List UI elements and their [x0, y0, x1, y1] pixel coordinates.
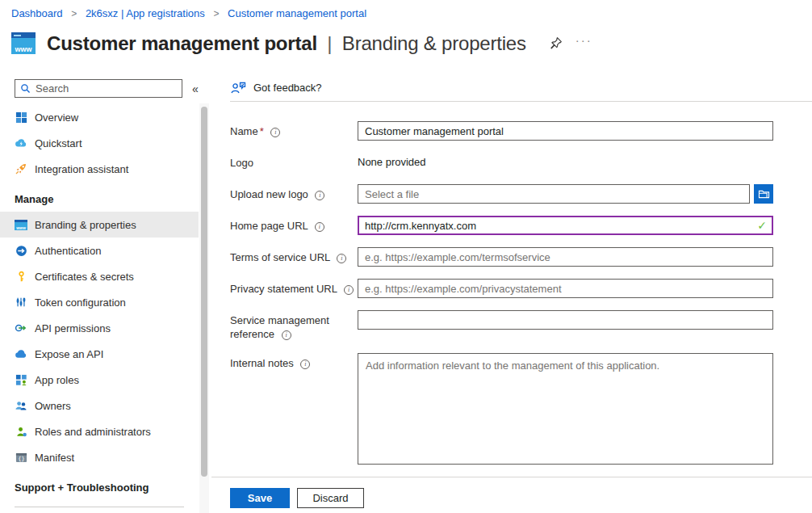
sidebar-item-label: Roles and administrators [35, 426, 151, 438]
sidebar-item-label: Token configuration [35, 296, 126, 309]
sidebar-scrollbar[interactable] [201, 107, 207, 477]
breadcrumb-link-app-registrations[interactable]: 2k6sxz | App registrations [86, 7, 205, 19]
feedback-icon [230, 81, 246, 95]
internal-notes-textarea[interactable] [358, 353, 773, 465]
breadcrumb-link-current-app[interactable]: Customer management portal [228, 7, 366, 19]
pin-icon[interactable] [549, 36, 563, 50]
rocket-icon [15, 162, 27, 175]
page-title-app-name: Customer management portal [47, 32, 317, 54]
sliders-icon [15, 296, 27, 309]
valid-check-icon: ✓ [757, 219, 767, 232]
form-row-upload-logo: Upload new logo i [230, 184, 812, 204]
got-feedback-label: Got feedback? [253, 82, 322, 94]
info-icon[interactable]: i [282, 330, 291, 340]
people-icon [15, 399, 27, 412]
got-feedback-link[interactable]: Got feedback? [230, 71, 351, 95]
terms-url-label: Terms of service URL i [230, 247, 358, 267]
form-row-service-reference: Service management reference i [230, 310, 812, 341]
service-reference-label: Service management reference i [230, 310, 358, 341]
terms-url-input[interactable] [358, 247, 773, 267]
api-arrow-icon [15, 322, 27, 334]
search-input[interactable] [36, 82, 177, 95]
page-title-separator: | [322, 32, 337, 54]
cloud-icon [15, 347, 27, 360]
admin-person-icon [15, 425, 27, 438]
sidebar-item-app-roles[interactable]: App roles [0, 367, 199, 393]
home-page-url-label: Home page URL i [230, 216, 358, 235]
form-row-logo: Logo None provided [230, 153, 812, 170]
form-row-name: Name* i [230, 121, 812, 141]
branding-www-icon: www [15, 218, 27, 231]
name-input[interactable] [358, 121, 773, 141]
sidebar-item-roles-administrators[interactable]: Roles and administrators [0, 418, 199, 444]
sidebar-search-box [15, 79, 182, 98]
breadcrumb-separator: > [213, 8, 219, 19]
manifest-braces-icon: {} [15, 451, 27, 464]
sidebar-item-label: Overview [35, 111, 78, 124]
save-button[interactable]: Save [230, 488, 290, 508]
sidebar-item-label: Integration assistant [35, 163, 128, 175]
sidebar-section-manage: Manage [0, 182, 211, 212]
form-row-privacy-url: Privacy statement URL i [230, 279, 812, 298]
sidebar-item-quickstart[interactable]: Quickstart [0, 130, 199, 156]
info-icon[interactable]: i [337, 254, 346, 263]
sidebar-item-owners[interactable]: Owners [0, 393, 199, 418]
sidebar-item-label: Owners [35, 400, 71, 412]
app-www-icon: www [11, 32, 36, 54]
info-icon[interactable]: i [315, 222, 324, 232]
upload-logo-input[interactable] [358, 184, 750, 204]
breadcrumb: Dashboard > 2k6sxz | App registrations >… [0, 0, 812, 19]
info-icon[interactable]: i [315, 191, 324, 200]
overview-icon [15, 111, 27, 124]
info-icon[interactable]: i [270, 128, 280, 137]
discard-button[interactable]: Discard [297, 488, 364, 508]
sidebar-item-manifest[interactable]: {} Manifest [0, 444, 199, 470]
sidebar-section-support: Support + Troubleshooting [0, 470, 211, 500]
home-page-url-input[interactable] [358, 216, 773, 235]
privacy-url-label: Privacy statement URL i [230, 279, 358, 298]
folder-icon [758, 189, 770, 200]
sidebar-item-expose-an-api[interactable]: Expose an API [0, 341, 199, 367]
name-label: Name* i [230, 121, 358, 141]
key-icon [15, 270, 27, 283]
sidebar-divider [15, 507, 184, 507]
page-title-blade-name: Branding & properties [342, 32, 526, 54]
form-row-terms-url: Terms of service URL i [230, 247, 812, 267]
sidebar-item-label: App roles [35, 374, 79, 386]
page-header: www Customer management portal | Brandin… [0, 19, 812, 57]
more-options-icon[interactable]: ··· [576, 36, 592, 51]
page-title: Customer management portal | Branding & … [47, 32, 526, 55]
sidebar-item-certificates-secrets[interactable]: Certificates & secrets [0, 263, 199, 289]
form-footer: Save Discard [211, 477, 812, 513]
browse-file-button[interactable] [754, 184, 773, 204]
upload-logo-label: Upload new logo i [230, 184, 358, 204]
sidebar-item-label: Manifest [35, 452, 74, 464]
sidebar-item-api-permissions[interactable]: API permissions [0, 315, 199, 341]
form-row-home-page-url: Home page URL i ✓ [230, 216, 812, 235]
form-row-internal-notes: Internal notes i [230, 353, 812, 467]
privacy-url-input[interactable] [358, 279, 773, 298]
logo-value: None provided [358, 153, 773, 168]
breadcrumb-link-dashboard[interactable]: Dashboard [11, 7, 63, 19]
logo-label: Logo [230, 153, 358, 170]
sidebar-nav: Overview Quickstart Integration assistan… [0, 104, 211, 507]
info-icon[interactable]: i [300, 360, 310, 369]
search-icon [20, 83, 31, 94]
sidebar-item-integration-assistant[interactable]: Integration assistant [0, 156, 199, 182]
sidebar-item-token-configuration[interactable]: Token configuration [0, 289, 199, 315]
sidebar-item-branding-properties[interactable]: www Branding & properties [0, 212, 199, 238]
sidebar-scrollbar-track [199, 103, 209, 513]
info-icon[interactable]: i [344, 285, 354, 295]
service-reference-input[interactable] [358, 310, 773, 330]
sidebar-item-label: Authentication [35, 245, 101, 257]
main-content: Got feedback? Name* i Logo None provided [211, 71, 812, 513]
collapse-sidebar-icon[interactable]: « [192, 82, 199, 95]
quickstart-icon [15, 137, 27, 149]
grid-person-icon [15, 373, 27, 386]
sidebar-item-overview[interactable]: Overview [0, 104, 199, 130]
sidebar: « Overview Quickstart Integration assist… [0, 71, 211, 513]
sidebar-item-label: Certificates & secrets [35, 271, 134, 283]
branding-form: Name* i Logo None provided Upload new lo… [230, 102, 812, 467]
breadcrumb-separator: > [71, 8, 77, 19]
sidebar-item-authentication[interactable]: Authentication [0, 238, 199, 263]
